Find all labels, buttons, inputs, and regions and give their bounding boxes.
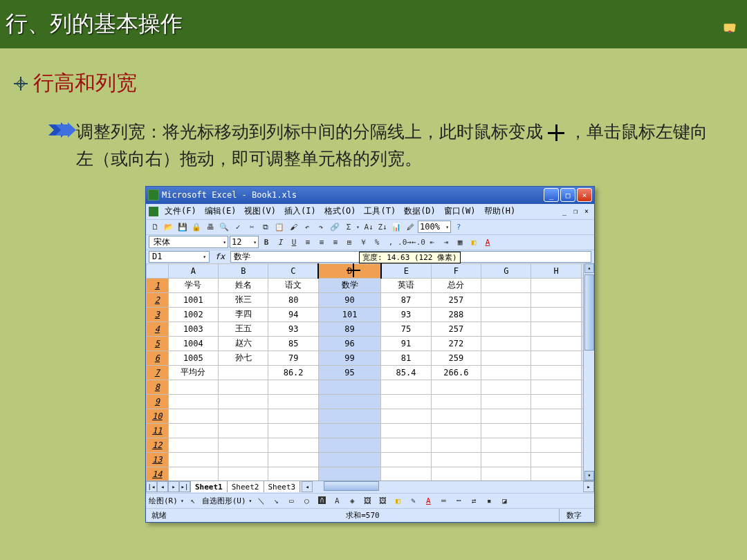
cell[interactable]: 数学 [318,278,380,292]
underline-icon[interactable]: U [288,236,300,248]
worksheet-grid[interactable]: ABCDEFGH1学号姓名语文数学英语总分21001张三809087257310… [146,263,594,480]
cell[interactable] [381,452,431,467]
cell[interactable] [481,321,531,336]
cell[interactable] [318,394,380,409]
cell[interactable] [268,452,318,467]
row-header-9[interactable]: 9 [147,394,169,409]
formula-bar[interactable]: 数学 宽度: 14.63 (122 像素) [230,251,591,263]
cell[interactable]: 80 [268,292,318,307]
cell[interactable] [168,467,218,480]
spell-icon[interactable]: ✓ [232,221,244,233]
cell[interactable]: 94 [268,307,318,321]
cell[interactable] [219,452,268,467]
comma-icon[interactable]: , [385,236,397,248]
cell[interactable]: 姓名 [219,278,268,292]
fill-color-icon[interactable]: ◧ [468,236,480,248]
paste-icon[interactable]: 📋 [273,221,286,233]
select-all-corner[interactable] [147,263,169,278]
row-header-10[interactable]: 10 [147,409,169,423]
cell[interactable] [531,380,581,394]
cell[interactable]: 1002 [168,307,218,321]
cell[interactable] [481,423,531,438]
close-button[interactable]: × [577,188,592,202]
cell[interactable] [431,394,481,409]
cell[interactable] [431,423,481,438]
cell[interactable] [318,467,380,480]
cell[interactable]: 272 [431,336,481,351]
row-header-13[interactable]: 13 [147,452,169,467]
cell[interactable]: 英语 [381,278,431,292]
cell[interactable] [381,394,431,409]
cell[interactable]: 257 [431,321,481,336]
cell[interactable]: 81 [381,351,431,365]
cell[interactable] [381,409,431,423]
cell[interactable] [481,438,531,452]
cell[interactable]: 孙七 [219,351,268,365]
cell[interactable] [219,394,268,409]
col-header-A[interactable]: A [168,263,218,278]
format-painter-icon[interactable]: 🖌 [287,221,299,233]
save-icon[interactable]: 💾 [176,221,189,233]
cell[interactable] [268,394,318,409]
col-header-D[interactable]: D [318,263,380,278]
italic-icon[interactable]: I [274,236,286,248]
cell[interactable]: 1005 [168,351,218,365]
currency-icon[interactable]: ￥ [357,236,369,248]
cell[interactable] [531,365,581,380]
cell[interactable]: 赵六 [219,336,268,351]
autosum-drop-icon[interactable]: ▾ [356,224,361,230]
row-header-12[interactable]: 12 [147,438,169,452]
inc-decimal-icon[interactable]: .0→ [398,236,411,248]
textbox-icon[interactable]: 🅰 [315,494,328,507]
cell[interactable]: 91 [381,336,431,351]
cell[interactable] [318,452,380,467]
cell[interactable] [168,423,218,438]
picture-icon[interactable]: 🖼 [376,494,389,507]
cell[interactable]: 85 [268,336,318,351]
chart-icon[interactable]: 📊 [390,221,403,233]
drawing-icon[interactable]: 🖉 [404,221,416,233]
row-header-14[interactable]: 14 [147,467,169,480]
menu-format[interactable]: 格式(O) [322,205,358,218]
menu-tools[interactable]: 工具(T) [362,205,398,218]
diagram-icon[interactable]: ◈ [346,494,358,507]
cell[interactable]: 95 [318,365,380,380]
cell[interactable]: 87 [381,292,431,307]
maximize-button[interactable]: □ [560,188,575,202]
cell[interactable]: 86.2 [268,365,318,380]
cell[interactable] [531,438,581,452]
cell[interactable] [481,336,531,351]
cell[interactable] [481,380,531,394]
cell[interactable] [168,438,218,452]
cell[interactable] [268,380,318,394]
name-box[interactable]: D1▾ [149,251,210,263]
cell[interactable] [531,394,581,409]
cell[interactable] [168,409,218,423]
tab-nav-last-icon[interactable]: ▸| [179,481,190,492]
cell[interactable] [531,292,581,307]
align-right-icon[interactable]: ≡ [329,236,342,248]
cell[interactable] [318,380,380,394]
cell[interactable]: 张三 [219,292,268,307]
hscroll-right-icon[interactable]: ▸ [583,481,594,492]
col-header-B[interactable]: B [219,263,268,278]
cell[interactable] [481,394,531,409]
tab-nav-first-icon[interactable]: |◂ [146,481,157,492]
linecolor-icon[interactable]: ✎ [407,494,419,507]
fx-icon[interactable]: fx [210,252,230,261]
menu-view[interactable]: 视图(V) [242,205,278,218]
cell[interactable]: 101 [318,307,380,321]
cell[interactable] [219,365,268,380]
cell[interactable] [431,409,481,423]
linestyle-icon[interactable]: ═ [437,494,450,507]
cell[interactable] [481,467,531,480]
cell[interactable]: 89 [318,321,380,336]
hscroll-thumb[interactable] [324,481,379,491]
cell[interactable] [381,467,431,480]
dec-decimal-icon[interactable]: ←.0 [412,236,425,248]
col-header-F[interactable]: F [431,263,481,278]
tab-nav-next-icon[interactable]: ▸ [168,481,179,492]
col-header-C[interactable]: C [268,263,318,278]
arrowstyle-icon[interactable]: ⇄ [468,494,480,507]
cell[interactable]: 85.4 [381,365,431,380]
